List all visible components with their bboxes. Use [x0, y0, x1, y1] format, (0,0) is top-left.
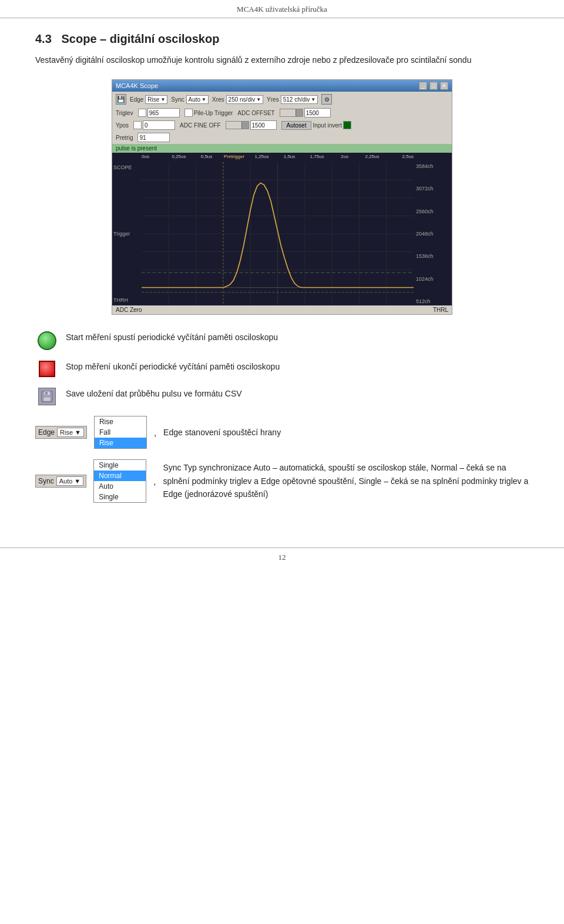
- scope-xres-control: Xres 250 ns/div ▼: [212, 95, 263, 104]
- scope-close-btn[interactable]: ✕: [440, 82, 448, 90]
- scope-waveform-svg: [142, 162, 414, 305]
- edge-dropdown-popup: Rise Fall Rise: [94, 416, 147, 449]
- edge-comma: ,: [154, 428, 156, 438]
- adc-offset-slider[interactable]: [280, 109, 303, 117]
- section-title: Scope – digitální osciloskop: [61, 32, 219, 45]
- svg-rect-21: [43, 397, 51, 401]
- yres-label: Yres: [267, 96, 279, 103]
- page-number: 12: [278, 553, 286, 562]
- scope-toolbar4: Pretrig 91: [112, 132, 452, 144]
- svg-rect-22: [45, 392, 48, 395]
- edge-demo-control: Edge Rise ▼: [35, 426, 87, 439]
- edge-dropdown[interactable]: Rise ▼: [145, 95, 167, 104]
- start-description: Start měření spustí periodické vyčítání …: [35, 331, 529, 350]
- scope-toolbar2: Triglev 965 Pile-Up Trigger ADC OFFSET 1…: [112, 107, 452, 119]
- edge-demo-dropdown[interactable]: Rise ▼: [57, 428, 84, 437]
- sync-option-single1[interactable]: Single: [94, 460, 146, 471]
- sync-demo-value: Auto: [59, 478, 73, 485]
- yres-arrow-icon: ▼: [311, 97, 315, 102]
- y-label-5: 1536ch: [416, 253, 449, 259]
- input-invert-checkbox[interactable]: [343, 121, 351, 129]
- autoset-button[interactable]: Autoset: [281, 121, 312, 130]
- sync-arrow-icon: ▼: [202, 97, 206, 102]
- scope-sync-control: Sync Auto ▼: [171, 95, 209, 104]
- edge-label: Edge: [130, 96, 143, 103]
- edge-demo-arrow: ▼: [75, 429, 81, 436]
- stop-description: Stop měření ukončí periodické vyčítání p…: [35, 361, 529, 377]
- stop-text: Stop měření ukončí periodické vyčítání p…: [66, 361, 529, 373]
- edge-value: Rise: [147, 96, 159, 103]
- stop-icon: [39, 361, 55, 377]
- adc-fine-slider[interactable]: [226, 121, 249, 129]
- pile-up-control: Pile-Up Trigger: [184, 109, 233, 117]
- scope-screenshot: MCA4K Scope _ □ ✕ 💾 Edge Rise ▼ Sync: [112, 79, 452, 315]
- yres-value: 512 ch/div: [283, 96, 310, 103]
- sync-option-auto[interactable]: Auto: [94, 481, 146, 492]
- triglev-control: 965: [138, 108, 180, 117]
- page-footer: 12: [0, 547, 564, 567]
- save-svg: [40, 389, 54, 404]
- scope-titlebar-controls: _ □ ✕: [419, 82, 448, 90]
- sync-demo-row: Sync Auto ▼ Single Normal Auto Single , …: [35, 459, 529, 503]
- autoset-control: Autoset Input invert: [281, 121, 351, 130]
- ypos-label: Ypos: [116, 122, 129, 129]
- left-label-thrh: THRH: [113, 297, 140, 303]
- edge-demo-value: Rise: [60, 429, 73, 436]
- adc-fine-label: ADC FINE OFF: [180, 122, 220, 129]
- x-label-3: 1,25us: [248, 154, 276, 159]
- adc-fine-control: 1500: [226, 120, 277, 130]
- sync-description: Sync Typ synchronizace Auto – automatick…: [163, 461, 529, 500]
- sync-demo-label: Sync: [38, 477, 54, 485]
- scope-status-text: pulse is present: [116, 145, 157, 152]
- y-label-7: 512ch: [416, 298, 449, 304]
- edge-description: Edge stanovení spouštěcí hrany: [163, 428, 529, 437]
- scope-toolbar3: Ypos 0 ADC FINE OFF 1500 Autoset Input i…: [112, 119, 452, 132]
- adc-offset-input[interactable]: 1500: [304, 108, 331, 117]
- pretrig-label: Pretrig: [116, 135, 133, 141]
- scope-save-icon[interactable]: 💾: [116, 94, 126, 105]
- scope-settings-icon[interactable]: ⚙: [321, 94, 332, 105]
- pretrig-input[interactable]: 91: [137, 133, 170, 142]
- triglev-checkbox[interactable]: [138, 109, 146, 117]
- start-text: Start měření spustí periodické vyčítání …: [66, 331, 529, 344]
- triglev-label: Triglev: [116, 110, 133, 116]
- sync-value: Auto: [189, 96, 201, 103]
- scope-bottom-bar: ADC Zero THRL: [112, 305, 452, 314]
- scope-yres-control: Yres 512 ch/div ▼: [267, 95, 318, 104]
- sync-dropdown[interactable]: Auto ▼: [186, 95, 209, 104]
- save-description: Save uložení dat průběhu pulsu ve formát…: [35, 388, 529, 405]
- triglev-input[interactable]: 965: [147, 108, 180, 117]
- sync-option-normal[interactable]: Normal: [94, 471, 146, 481]
- x-label-8: 2,5us: [386, 154, 414, 159]
- adc-offset-control: 1500: [280, 108, 331, 117]
- xres-arrow-icon: ▼: [256, 97, 261, 102]
- adc-fine-input[interactable]: 1500: [250, 120, 277, 130]
- sync-comma: ,: [153, 476, 156, 486]
- ypos-input[interactable]: 0: [143, 120, 175, 130]
- x-label-0: 0us: [142, 154, 165, 159]
- y-label-6: 1024ch: [416, 276, 449, 282]
- pile-up-label: Pile-Up Trigger: [194, 110, 233, 116]
- edge-option-rise2[interactable]: Rise: [95, 438, 146, 448]
- edge-option-rise1[interactable]: Rise: [95, 416, 146, 427]
- sync-option-single2[interactable]: Single: [94, 492, 146, 502]
- sync-demo-control: Sync Auto ▼: [35, 475, 86, 488]
- thrh-label: THRL: [433, 307, 448, 313]
- section-heading: 4.3 Scope – digitální osciloskop: [35, 32, 529, 46]
- ypos-checkbox[interactable]: [133, 121, 142, 129]
- pile-up-checkbox[interactable]: [184, 109, 193, 117]
- scope-maximize-btn[interactable]: □: [429, 82, 438, 90]
- sync-demo-dropdown[interactable]: Auto ▼: [56, 476, 84, 486]
- scope-y-labels: 3584ch 3072ch 2560ch 2048ch 1536ch 1024c…: [414, 162, 452, 305]
- start-icon: [38, 331, 56, 350]
- yres-dropdown[interactable]: 512 ch/div ▼: [281, 95, 318, 104]
- scope-title: MCA4K Scope: [116, 82, 158, 89]
- scope-titlebar: MCA4K Scope _ □ ✕: [112, 80, 452, 92]
- scope-toolbar1: 💾 Edge Rise ▼ Sync Auto ▼ Xres: [112, 92, 452, 107]
- xres-dropdown[interactable]: 250 ns/div ▼: [226, 95, 264, 104]
- scope-minimize-btn[interactable]: _: [419, 82, 427, 90]
- save-icon-container: [35, 388, 59, 405]
- x-label-pretrigger: Pretrigger: [220, 154, 248, 159]
- x-label-5: 1,75us: [303, 154, 331, 159]
- edge-option-fall[interactable]: Fall: [95, 427, 146, 438]
